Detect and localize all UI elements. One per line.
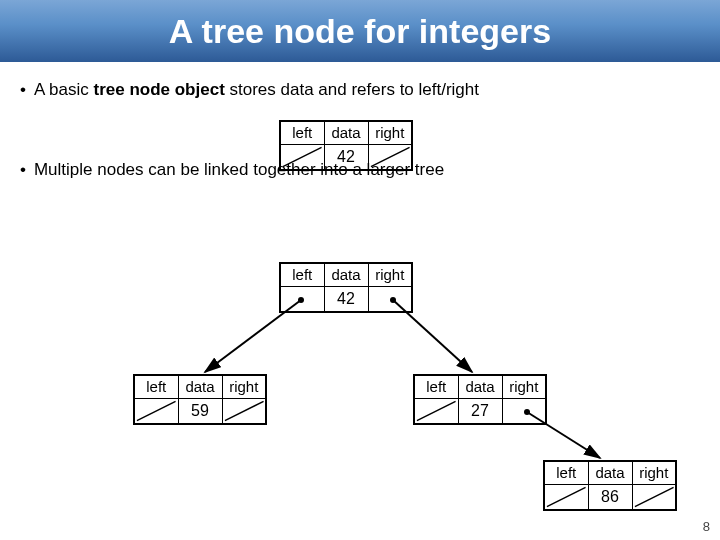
node-single: left data right 42 — [279, 120, 413, 171]
bullet-dot: • — [20, 80, 26, 100]
bullet-1-text: A basic tree node object stores data and… — [34, 80, 479, 100]
cell-left-label: left — [280, 263, 324, 287]
cell-right-label: right — [368, 263, 412, 287]
cell-left-label: left — [280, 121, 324, 145]
cell-right-null — [632, 485, 676, 511]
cell-right-ptr — [502, 399, 546, 425]
cell-data-value: 42 — [324, 145, 368, 171]
svg-line-5 — [547, 487, 586, 506]
svg-line-2 — [137, 401, 176, 420]
cell-data-value: 59 — [178, 399, 222, 425]
slide-title: A tree node for integers — [169, 12, 551, 51]
cell-right-label: right — [632, 461, 676, 485]
node-left-child: left data right 59 — [133, 374, 267, 425]
svg-line-6 — [634, 487, 673, 506]
node-root: left data right 42 — [279, 262, 413, 313]
cell-data-label: data — [588, 461, 632, 485]
svg-line-3 — [224, 401, 263, 420]
cell-left-label: left — [134, 375, 178, 399]
bullet-dot: • — [20, 160, 26, 180]
bullet-1: • A basic tree node object stores data a… — [20, 80, 700, 100]
cell-left-null — [134, 399, 178, 425]
node-grandchild: left data right 86 — [543, 460, 677, 511]
cell-data-value: 27 — [458, 399, 502, 425]
cell-right-label: right — [368, 121, 412, 145]
cell-left-label: left — [414, 375, 458, 399]
cell-data-label: data — [324, 263, 368, 287]
page-number: 8 — [703, 519, 710, 534]
cell-left-null — [414, 399, 458, 425]
bullet-1-bold: tree node object — [94, 80, 225, 99]
svg-line-1 — [370, 147, 409, 166]
cell-right-ptr — [368, 287, 412, 313]
cell-left-null — [280, 145, 324, 171]
cell-data-value: 86 — [588, 485, 632, 511]
node-right-child: left data right 27 — [413, 374, 547, 425]
title-bar: A tree node for integers — [0, 0, 720, 62]
cell-right-null — [368, 145, 412, 171]
cell-data-label: data — [458, 375, 502, 399]
svg-line-0 — [283, 147, 322, 166]
cell-left-ptr — [280, 287, 324, 313]
bullet-1-post: stores data and refers to left/right — [225, 80, 479, 99]
cell-data-label: data — [324, 121, 368, 145]
cell-right-null — [222, 399, 266, 425]
cell-right-label: right — [502, 375, 546, 399]
cell-left-label: left — [544, 461, 588, 485]
bullet-1-pre: A basic — [34, 80, 94, 99]
cell-right-label: right — [222, 375, 266, 399]
cell-data-label: data — [178, 375, 222, 399]
svg-line-4 — [417, 401, 456, 420]
cell-left-null — [544, 485, 588, 511]
cell-data-value: 42 — [324, 287, 368, 313]
